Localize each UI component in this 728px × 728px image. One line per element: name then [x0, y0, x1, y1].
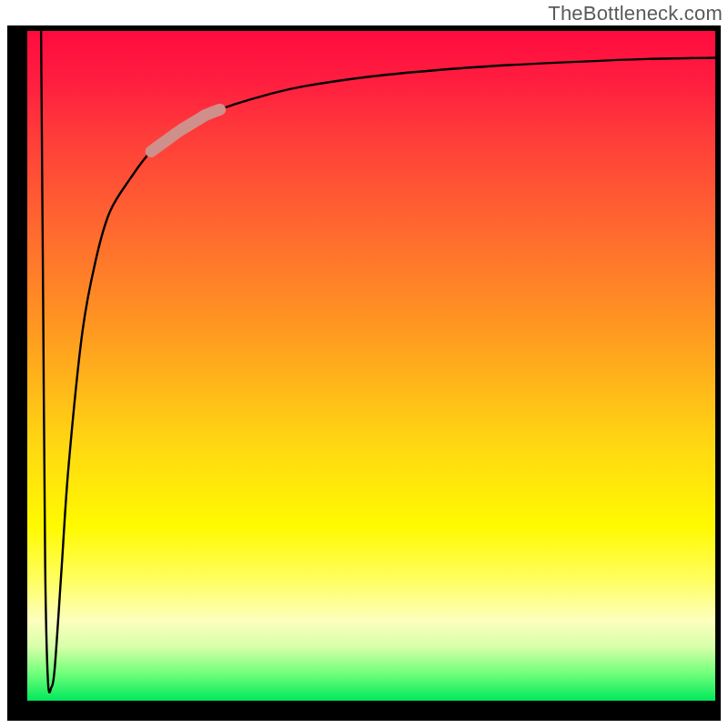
curve-layer: [27, 31, 715, 701]
watermark-label: TheBottleneck.com: [548, 2, 723, 25]
highlight-segment: [151, 109, 220, 151]
plot-area: [27, 31, 715, 701]
chart-container: TheBottleneck.com: [0, 0, 728, 728]
plot-frame: [7, 25, 721, 721]
main-curve: [41, 31, 715, 693]
